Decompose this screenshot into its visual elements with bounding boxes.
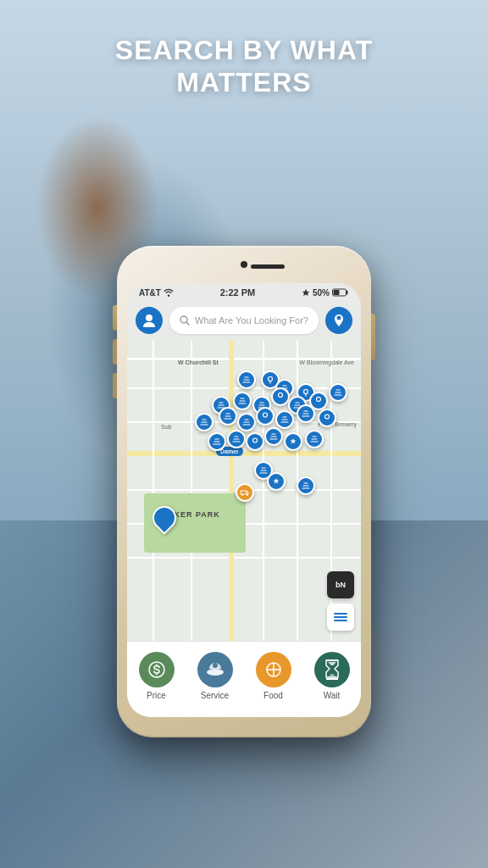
map-ctrl-logo[interactable]: bN	[327, 571, 354, 598]
svg-point-6	[304, 390, 308, 394]
headline-line1: SEARCH BY WHAT	[0, 34, 488, 66]
price-tab-icon	[139, 652, 175, 687]
status-left: AT&T	[139, 288, 174, 298]
status-bar: AT&T 2:22 PM 50%	[127, 283, 361, 302]
phone-mockup: AT&T 2:22 PM 50%	[117, 246, 371, 737]
street-label-1: W Churchill St	[178, 359, 219, 365]
service-tab-icon	[197, 652, 233, 687]
money-icon	[147, 659, 167, 680]
map-ctrl-menu[interactable]	[327, 604, 354, 631]
tab-price[interactable]: Price	[127, 652, 186, 700]
location-button[interactable]	[325, 307, 352, 334]
map-pin-22[interactable]	[264, 427, 283, 446]
map-pin-13[interactable]	[219, 407, 237, 426]
status-right: 50%	[302, 288, 349, 298]
headline-line2: MATTERS	[0, 66, 488, 98]
wait-tab-icon	[314, 652, 350, 687]
food-tab-label: Food	[263, 691, 283, 700]
user-avatar-button[interactable]	[136, 307, 163, 334]
wicker-park-pin-area	[152, 506, 176, 530]
food-icon	[263, 659, 284, 680]
svg-line-4	[186, 322, 189, 325]
price-tab-label: Price	[147, 691, 166, 700]
svg-rect-1	[333, 290, 339, 295]
food-tab-icon	[256, 652, 291, 687]
location-pin-icon	[332, 314, 346, 327]
svg-point-7	[279, 393, 283, 398]
phone-outer: AT&T 2:22 PM 50%	[117, 246, 371, 737]
map-pin-19[interactable]	[208, 432, 226, 451]
street-main-h	[127, 451, 361, 456]
map-pin-26[interactable]	[267, 472, 286, 491]
search-input-bar[interactable]: What Are You Looking For?	[169, 307, 319, 334]
user-icon	[141, 313, 157, 328]
battery-text: 50%	[313, 288, 330, 298]
svg-point-2	[146, 314, 152, 321]
svg-point-8	[317, 398, 321, 402]
tab-food[interactable]: Food	[244, 652, 302, 700]
svg-point-12	[241, 494, 243, 496]
battery-icon	[332, 288, 349, 297]
svg-point-19	[213, 663, 218, 668]
search-placeholder-text: What Are You Looking For?	[195, 315, 308, 326]
map-pin-23[interactable]	[284, 432, 302, 451]
map-pin-20[interactable]	[227, 430, 246, 448]
map-pin-11[interactable]	[329, 383, 347, 402]
large-location-pin[interactable]	[147, 501, 181, 535]
map-pin-8[interactable]	[271, 387, 290, 406]
svg-point-9	[263, 413, 268, 417]
map-pin-truck[interactable]	[236, 483, 254, 502]
street-h6	[127, 557, 361, 559]
map-pin-17[interactable]	[297, 404, 315, 423]
tab-wait[interactable]: Wait	[302, 652, 361, 700]
map-pin-16[interactable]	[275, 410, 294, 429]
headline: SEARCH BY WHAT MATTERS	[0, 34, 488, 99]
street-label-2: W Bloomingdale Ave	[300, 359, 354, 365]
hourglass-icon	[323, 659, 341, 681]
map-pin-21[interactable]	[246, 432, 264, 451]
phone-screen: AT&T 2:22 PM 50%	[127, 283, 361, 717]
map-pin-14[interactable]	[237, 413, 256, 431]
phone-speaker	[251, 264, 285, 269]
service-tab-label: Service	[201, 691, 229, 700]
bottom-tabs: Price Service	[127, 641, 361, 717]
svg-point-11	[253, 438, 258, 442]
svg-point-10	[325, 415, 330, 419]
wait-tab-label: Wait	[324, 691, 341, 700]
map-pin-1[interactable]	[237, 370, 256, 389]
map-pin-27[interactable]	[297, 476, 315, 495]
service-icon	[204, 659, 226, 681]
map-pin-6[interactable]	[233, 392, 252, 410]
sub-label: Sub	[161, 424, 171, 430]
map-pin-15[interactable]	[256, 407, 274, 426]
map-pin-12[interactable]	[195, 413, 214, 431]
carrier-text: AT&T	[139, 288, 161, 298]
svg-point-13	[247, 494, 248, 496]
map-area[interactable]: W Churchill St W Bloomingdale Ave WICKER…	[127, 341, 361, 665]
status-time: 2:22 PM	[220, 287, 256, 298]
map-controls: bN	[327, 571, 354, 631]
phone-camera	[241, 261, 247, 268]
search-icon	[180, 315, 190, 326]
svg-point-5	[269, 377, 273, 381]
map-pin-24[interactable]	[305, 430, 324, 448]
location-icon-status	[302, 288, 310, 297]
search-area: What Are You Looking For?	[127, 302, 361, 341]
phone-top-bar	[127, 256, 361, 280]
svg-point-18	[207, 669, 224, 676]
tab-service[interactable]: Service	[186, 652, 244, 700]
street-v3	[263, 341, 264, 665]
map-pin-18[interactable]	[318, 409, 336, 427]
wifi-icon	[164, 288, 174, 297]
